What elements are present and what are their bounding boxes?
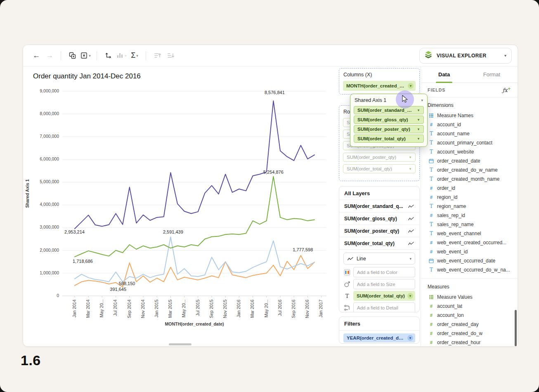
field-item[interactable]: #account_lon [421, 311, 518, 320]
chevron-down-icon: ▾ [409, 257, 411, 261]
chart-pane: Order quantity Jan 2014-Dec 2016 01,000,… [23, 66, 339, 346]
field-item[interactable]: order_created_date [421, 156, 518, 165]
field-item[interactable]: #order_created_do_w [421, 329, 518, 338]
field-item[interactable]: #order_id [421, 184, 518, 193]
line-chart-icon [408, 241, 414, 246]
all-layers-panel: All Layers SUM(order_standard_q...SUM(or… [339, 186, 420, 312]
field-item[interactable]: #web_event_created_occurred... [421, 238, 518, 247]
encoding-field-rows: Add a field to ColorAdd a field to SizeT… [339, 267, 419, 312]
chevron-down-icon: ▾ [125, 54, 127, 58]
columns-shelf[interactable]: Columns (X) MONTH(order_created_d...▾ [339, 68, 420, 94]
field-item[interactable]: Tweb_event_occurred_do_w_na... [421, 265, 518, 274]
filters-panel: Filters YEAR(order_created_date)▾ [339, 316, 420, 344]
visual-explorer-menu-button[interactable]: VISUAL EXPLORER ▾ [419, 48, 512, 64]
svg-text:Mar 2015: Mar 2015 [168, 300, 173, 318]
svg-text:Jan 2016: Jan 2016 [236, 300, 241, 317]
sidebar-scrollbar[interactable] [515, 310, 517, 346]
svg-text:May 20...: May 20... [264, 300, 269, 317]
stack-icon [429, 295, 434, 300]
remove-chart-icon [80, 52, 88, 59]
chevron-down-icon: ▾ [407, 293, 413, 299]
remove-chart-button[interactable]: ▾ [79, 49, 92, 63]
forward-button[interactable]: → [43, 49, 56, 63]
field-item[interactable]: #order_created_day [421, 320, 518, 329]
filter-pill[interactable]: YEAR(order_created_date)▾ [343, 333, 415, 342]
text-encoding-pill[interactable]: SUM(order_total_qty)▾ [353, 291, 415, 301]
field-item[interactable]: #order_created_hour [421, 338, 518, 346]
field-item[interactable]: web_event_occurred_date [421, 256, 518, 265]
toolbar: ←→▾▾Σ▾ VISUAL EXPLORER ▾ [23, 45, 518, 66]
field-item[interactable]: Taccount_primary_contact [421, 138, 518, 147]
add-field-dropzone[interactable]: Add a field to Size [353, 279, 415, 289]
layer-row[interactable]: SUM(order_poster_qty) [339, 225, 419, 237]
text-field-icon: T [428, 203, 434, 209]
workspace: Order quantity Jan 2014-Dec 2016 01,000,… [23, 66, 518, 346]
size-encoding-row: Add a field to Size [343, 279, 415, 289]
aggregate-button[interactable]: Σ▾ [128, 49, 141, 63]
field-item[interactable]: Measure Values [421, 293, 518, 302]
field-item[interactable]: #account_id [421, 120, 518, 129]
field-item[interactable]: Torder_created_do_w_name [421, 165, 518, 175]
tab-format[interactable]: Format [481, 66, 503, 83]
duplicate-chart-button[interactable] [66, 49, 79, 63]
field-item[interactable]: Tweb_event_channel [421, 229, 518, 238]
number-field-icon: # [428, 240, 434, 245]
sort-descending-button[interactable] [164, 49, 177, 63]
svg-text:2,000,000: 2,000,000 [40, 248, 59, 253]
field-item[interactable]: Taccount_website [421, 147, 518, 156]
field-item[interactable]: Tregion_name [421, 202, 518, 211]
chevron-down-icon: ▾ [136, 54, 138, 58]
line-chart-icon [408, 229, 414, 234]
color-encoding-row: Add a field to Color [343, 267, 415, 277]
field-item[interactable]: #region_id [421, 193, 518, 202]
shared-axis-member-pill[interactable]: SUM(order_total_qty)▾ [354, 135, 424, 143]
layer-row[interactable]: SUM(order_gloss_qty) [339, 213, 419, 225]
data-label: 1,718,686 [73, 259, 93, 264]
field-item[interactable]: Measure Names [421, 111, 518, 120]
row-field-pill[interactable]: SUM(order_poster_qty)▾ [343, 153, 416, 162]
back-button[interactable]: ← [30, 49, 43, 63]
chevron-down-icon: ▾ [89, 54, 91, 58]
field-item[interactable]: Taccount_name [421, 129, 518, 138]
swap-axes-button[interactable] [102, 49, 115, 63]
field-item[interactable]: Tsales_rep_name [421, 220, 518, 229]
data-label: 5,254,876 [263, 170, 284, 175]
field-item[interactable]: #account_lat [421, 302, 518, 311]
field-item[interactable]: Torder_created_month_name [421, 175, 518, 184]
column-field-pill[interactable]: MONTH(order_created_d...▾ [343, 81, 416, 91]
order-quantity-chart[interactable]: 01,000,0002,000,0003,000,0004,000,0005,0… [23, 84, 333, 331]
field-item[interactable]: #web_event_id [421, 247, 518, 256]
layer-row[interactable]: SUM(order_total_qty) [339, 237, 419, 250]
chevron-down-icon: ▾ [421, 98, 423, 102]
svg-text:Jul 2016: Jul 2016 [277, 300, 282, 316]
duplicate-chart-icon [69, 52, 76, 59]
shared-axis-member-pill[interactable]: SUM(order_poster_qty)▾ [354, 125, 424, 133]
column-chart-icon [116, 52, 124, 59]
horizontal-scrollbar[interactable] [169, 343, 191, 345]
create-calculated-field-button[interactable]: ƒx+ [502, 86, 511, 93]
chevron-down-icon: ▾ [416, 126, 421, 132]
brand-label: VISUAL EXPLORER [437, 53, 487, 59]
chart-type-button[interactable]: ▾ [115, 49, 128, 63]
layer-row[interactable]: SUM(order_standard_q... [339, 200, 419, 213]
series-line[interactable] [75, 176, 314, 257]
tab-data[interactable]: Data [436, 66, 452, 83]
add-field-dropzone[interactable]: Add a field to Detail [353, 302, 415, 312]
add-field-dropzone[interactable]: Add a field to Color [353, 267, 415, 277]
shared-axis-member-pill[interactable]: SUM(order_gloss_qty)▾ [354, 116, 424, 124]
shared-axis-dropdown[interactable]: Shared Axis 1 ▾ SUM(order_standard_qty)▾… [350, 94, 428, 147]
row-field-pill[interactable]: SUM(order_total_qty)▾ [343, 164, 416, 173]
sort-ascending-button[interactable] [151, 49, 164, 63]
shared-axis-member-pill[interactable]: SUM(order_standard_qty)▾ [354, 106, 424, 114]
line-chart-icon [408, 216, 414, 221]
field-item[interactable]: #sales_rep_id [421, 211, 518, 220]
measures-list: Measure Values#account_lat#account_lon#o… [421, 293, 518, 346]
series-line[interactable] [75, 237, 314, 282]
text-field-icon: T [428, 131, 434, 137]
mark-type-select[interactable]: Line ▾ [343, 253, 415, 264]
svg-text:4,000,000: 4,000,000 [40, 202, 59, 207]
chevron-down-icon: ▾ [407, 154, 413, 160]
chevron-down-icon: ▾ [416, 136, 421, 142]
color-icon [344, 269, 350, 276]
svg-text:6,000,000: 6,000,000 [40, 156, 59, 161]
